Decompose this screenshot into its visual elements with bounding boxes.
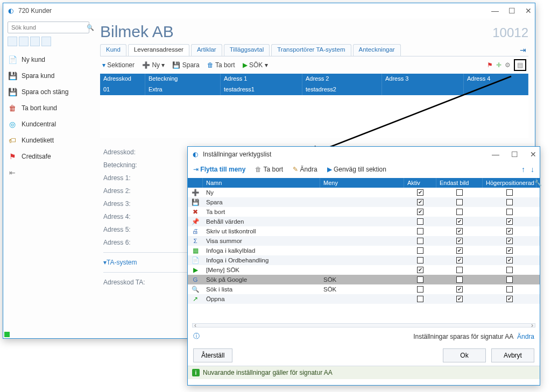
- col-meny[interactable]: Meny: [320, 178, 404, 188]
- checkbox[interactable]: ✔: [456, 218, 463, 225]
- sidebar-item-creditsafe[interactable]: ⚑Creditsafe: [8, 148, 89, 165]
- cancel-button[interactable]: Avbryt: [491, 348, 534, 362]
- dialog-row[interactable]: ➕Ny✔: [188, 188, 540, 197]
- dialog-row[interactable]: 💾Spara✔: [188, 197, 540, 207]
- move-down-icon[interactable]: ↓: [531, 165, 534, 174]
- checkbox[interactable]: [456, 189, 463, 196]
- checkbox[interactable]: ✔: [506, 228, 513, 234]
- dialog-row[interactable]: ✖Ta bort✔: [188, 207, 540, 217]
- checkbox[interactable]: ✔: [506, 296, 513, 302]
- pin-tabs-icon[interactable]: ⇥: [518, 44, 528, 56]
- checkbox[interactable]: [506, 267, 513, 273]
- col-adress3[interactable]: Adress 3: [382, 74, 464, 84]
- dialog-row[interactable]: 📌Behåll värden✔✔: [188, 217, 540, 226]
- checkbox[interactable]: ✔: [456, 228, 463, 234]
- checkbox[interactable]: ✔: [506, 218, 513, 225]
- col-namn[interactable]: Namn: [203, 178, 320, 188]
- checkbox[interactable]: [417, 257, 423, 263]
- dialog-row[interactable]: ΣVisa summor✔✔: [188, 236, 540, 246]
- tabort-button[interactable]: Ta bort: [264, 166, 284, 173]
- flytta-button[interactable]: Flytta till meny: [200, 166, 245, 173]
- col-aktiv[interactable]: Aktiv: [404, 178, 436, 188]
- andra-button[interactable]: Ändra: [300, 166, 317, 173]
- dialog-minimize-icon[interactable]: —: [492, 150, 499, 159]
- reset-button[interactable]: Återställ: [193, 348, 232, 362]
- close-icon[interactable]: ✕: [525, 6, 532, 15]
- nav-first-icon[interactable]: [8, 37, 17, 46]
- wrench-icon[interactable]: 🔧: [534, 180, 542, 187]
- checkbox[interactable]: [456, 199, 463, 205]
- checkbox[interactable]: [456, 209, 463, 215]
- dialog-row[interactable]: ↗Öppna✔✔: [188, 294, 540, 304]
- tab-transportorer[interactable]: Transportörer TA-system: [271, 44, 351, 56]
- toolbar-ny[interactable]: Ny: [152, 61, 160, 69]
- checkbox[interactable]: [417, 218, 423, 225]
- dialog-hscroll[interactable]: [192, 323, 535, 327]
- col-adress2[interactable]: Adress 2: [302, 74, 382, 84]
- toolbar-settings-button[interactable]: ▤: [514, 59, 526, 71]
- toolbar-sok[interactable]: SÖK: [249, 61, 263, 69]
- checkbox[interactable]: [506, 209, 513, 215]
- col-adress4[interactable]: Adress 4: [464, 74, 528, 84]
- checkbox[interactable]: [456, 267, 463, 273]
- genvag-button[interactable]: Genväg till sektion: [334, 166, 386, 173]
- checkbox[interactable]: ✔: [417, 209, 423, 215]
- checkbox[interactable]: [417, 296, 423, 302]
- toolbar-spara[interactable]: Spara: [182, 61, 200, 69]
- checkbox[interactable]: ✔: [456, 296, 463, 302]
- checkbox[interactable]: ✔: [456, 238, 463, 244]
- dialog-maximize-icon[interactable]: ☐: [511, 150, 518, 159]
- search-input[interactable]: [10, 24, 87, 31]
- search-box[interactable]: 🔍: [8, 22, 89, 33]
- dialog-row[interactable]: 🖨Skriv ut listkontroll✔✔: [188, 226, 540, 236]
- checkbox[interactable]: ✔: [456, 286, 463, 293]
- checkbox[interactable]: [417, 276, 423, 283]
- minimize-icon[interactable]: —: [491, 6, 499, 15]
- checkbox[interactable]: [506, 276, 513, 283]
- nav-prev-icon[interactable]: [19, 37, 29, 46]
- sidebar-item-spara-kund[interactable]: 💾Spara kund: [8, 68, 89, 84]
- checkbox[interactable]: ✔: [456, 257, 463, 263]
- checkbox[interactable]: [456, 276, 463, 283]
- checkbox[interactable]: [417, 247, 423, 254]
- dialog-close-icon[interactable]: ✕: [530, 150, 536, 159]
- move-up-icon[interactable]: ↑: [521, 165, 525, 174]
- checkbox[interactable]: [506, 286, 513, 293]
- maximize-icon[interactable]: ☐: [508, 6, 515, 15]
- checkbox[interactable]: ✔: [506, 247, 513, 254]
- tab-leveransadresser[interactable]: Leveransadresser: [128, 44, 189, 56]
- flag-icon[interactable]: ⚑: [487, 61, 493, 69]
- checkbox[interactable]: ✔: [417, 189, 423, 196]
- sidebar-pin[interactable]: ⇤: [8, 165, 89, 181]
- toolbar-tabort[interactable]: Ta bort: [215, 61, 235, 69]
- checkbox[interactable]: ✔: [417, 199, 423, 205]
- nav-next-icon[interactable]: [30, 37, 40, 46]
- sidebar-item-ta-bort[interactable]: 🗑Ta bort kund: [8, 100, 89, 116]
- dialog-row[interactable]: 🔍Sök i listaSÖK✔: [188, 284, 540, 294]
- checkbox[interactable]: ✔: [456, 247, 463, 254]
- checkbox[interactable]: [506, 199, 513, 205]
- dialog-row[interactable]: GSök på GoogleSÖK: [188, 275, 540, 284]
- toolbar-sektioner[interactable]: Sektioner: [107, 61, 135, 69]
- tab-artiklar[interactable]: Artiklar: [191, 44, 222, 56]
- col-adress1[interactable]: Adress 1: [221, 74, 302, 84]
- checkbox[interactable]: [417, 238, 423, 244]
- dialog-row[interactable]: 📄Infoga i Ordbehandling✔✔: [188, 255, 540, 265]
- col-endast-bild[interactable]: Endast bild: [436, 178, 483, 188]
- dialog-andra-link[interactable]: Ändra: [517, 333, 534, 340]
- sidebar-item-spara-stang[interactable]: 💾Spara och stäng: [8, 84, 89, 100]
- col-beteckning[interactable]: Beteckning: [145, 74, 221, 84]
- checkbox[interactable]: [417, 286, 423, 293]
- nav-last-icon[interactable]: [41, 37, 51, 46]
- checkbox[interactable]: ✔: [417, 267, 423, 273]
- tab-tillaggsavtal[interactable]: Tilläggsavtal: [224, 44, 270, 56]
- chevron-down-icon[interactable]: ▾: [102, 61, 105, 69]
- col-hoger[interactable]: Högerpositionerad🔧: [483, 178, 536, 188]
- sidebar-item-ny-kund[interactable]: 📄Ny kund: [8, 52, 89, 68]
- dialog-row[interactable]: ▶[Meny] SÖK✔: [188, 265, 540, 275]
- tab-anteckningar[interactable]: Anteckningar: [353, 44, 401, 56]
- dialog-row[interactable]: ▦Infoga i kalkylblad✔✔: [188, 246, 540, 255]
- checkbox[interactable]: [506, 189, 513, 196]
- ok-button[interactable]: Ok: [443, 348, 486, 362]
- grid-row[interactable]: 01 Extra testadress1 testadress2: [100, 84, 528, 95]
